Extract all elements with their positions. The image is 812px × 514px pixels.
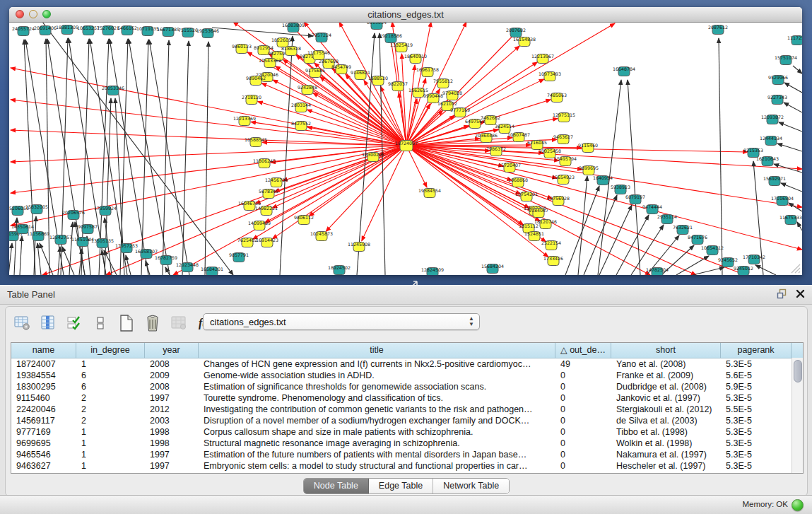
network-node[interactable]: 9860123 [232, 44, 252, 54]
network-node[interactable]: 16154838 [513, 37, 536, 47]
table-row[interactable]: 2242004622012Investigating the contribut… [11, 404, 803, 415]
tab-network-table[interactable]: Network Table [433, 479, 509, 493]
network-node[interactable]: 16584201 [201, 267, 223, 276]
delete-table-icon[interactable] [143, 314, 162, 332]
network-node[interactable]: 16671385 [157, 27, 180, 37]
resize-grip-icon[interactable] [791, 264, 801, 274]
network-node[interactable]: 1640954 [593, 175, 613, 185]
network-node[interactable]: 12824509 [421, 267, 444, 276]
network-node[interactable]: 8813054 [367, 23, 387, 30]
tab-node-table[interactable]: Node Table [304, 479, 369, 493]
network-node[interactable]: 11156869 [27, 231, 49, 241]
table-row[interactable]: 1456911722003Disruption of a novel membe… [11, 415, 803, 426]
network-node[interactable]: 9699695 [579, 165, 599, 175]
new-table-icon[interactable] [117, 314, 136, 332]
table-row[interactable]: 977716911998Corpus callosum shape and si… [11, 426, 803, 438]
network-node[interactable]: 2803144 [291, 103, 311, 112]
network-node[interactable]: 9857791 [229, 252, 249, 262]
network-node[interactable]: 16782759 [155, 255, 177, 265]
network-node[interactable]: 10973493 [539, 71, 561, 81]
network-node[interactable]: 20691406 [34, 25, 57, 35]
float-panel-icon[interactable] [777, 288, 787, 299]
network-node[interactable]: 9806112 [294, 215, 314, 225]
network-node[interactable]: 15684204 [481, 264, 504, 274]
network-node[interactable]: 10245873 [310, 231, 333, 241]
network-node[interactable]: 12923448 [176, 262, 199, 272]
network-node[interactable]: 20364486 [475, 133, 498, 143]
network-node[interactable]: 10719135 [136, 26, 159, 36]
network-window[interactable]: citations_edges.txt 18724007 9860123 891… [9, 7, 802, 275]
network-node[interactable]: 10654112 [701, 245, 724, 255]
table-row[interactable]: 911546021997Tourette syndrome. Phenomeno… [11, 392, 803, 404]
network-node[interactable]: 20053346 [102, 86, 124, 95]
network-node[interactable]: 18754201 [515, 192, 538, 201]
network-node[interactable]: 16083809 [282, 23, 305, 33]
network-node[interactable]: 16961758 [416, 67, 439, 77]
table-source-dropdown[interactable]: citations_edges.txt ▲▼ [203, 313, 480, 330]
network-node[interactable]: 7955812 [433, 78, 453, 88]
network-node[interactable]: 9463627 [553, 134, 573, 144]
column-header-6[interactable]: pagerank [721, 343, 792, 358]
network-node[interactable]: 9097587 [78, 224, 98, 234]
network-node[interactable]: 24055724 [12, 26, 35, 36]
network-node[interactable]: 11245908 [348, 242, 370, 252]
network-node[interactable]: 6466162 [117, 25, 137, 35]
network-node[interactable]: 14782504 [646, 267, 669, 276]
network-node[interactable]: 18924502 [328, 265, 351, 275]
network-node[interactable]: 1733426 [543, 256, 563, 266]
table-row[interactable]: 969969511998Structural magnetic resonanc… [11, 438, 803, 449]
network-node[interactable]: 13505135 [91, 238, 114, 248]
network-node[interactable]: 9146821 [351, 70, 370, 80]
column-header-3[interactable]: title [199, 343, 555, 358]
network-node[interactable]: 7515526 [178, 28, 198, 37]
network-node[interactable]: 9794028 [442, 90, 462, 100]
select-rows-icon[interactable] [65, 314, 83, 332]
network-node[interactable]: 6879197 [625, 194, 645, 204]
table-row[interactable]: 946362711997Embryonic stem cells: a mode… [11, 460, 803, 472]
network-node[interactable]: 14982221 [255, 206, 278, 216]
network-node[interactable]: 16914423 [256, 238, 278, 247]
column-header-0[interactable]: name [11, 343, 76, 358]
network-node[interactable]: 11806245 [253, 158, 276, 168]
network-node[interactable]: 15654923 [552, 175, 575, 185]
network-node[interactable]: 12213369 [233, 116, 256, 126]
network-node[interactable]: 9245012 [734, 266, 753, 276]
network-node[interactable]: 19253646 [196, 28, 219, 38]
table-row[interactable]: 1830029562008Estimation of significance … [11, 381, 803, 392]
network-node[interactable]: 15276021 [97, 25, 119, 35]
column-header-1[interactable]: in_degree [76, 343, 145, 358]
column-header-2[interactable]: year [145, 343, 199, 358]
network-node[interactable]: 16648784 [613, 66, 635, 76]
row-height-icon[interactable] [91, 314, 110, 332]
network-node[interactable]: 19218586 [379, 33, 402, 43]
network-node[interactable]: 13325419 [390, 42, 413, 52]
table-row[interactable]: 946554611997Estimation of the future num… [11, 449, 803, 460]
table-settings-icon[interactable] [13, 314, 31, 332]
network-node[interactable]: 7632621 [673, 225, 693, 235]
network-node[interactable]: 1117253 [787, 35, 802, 45]
network-node[interactable]: 7625402 [237, 238, 257, 247]
network-node[interactable]: 8427552 [291, 121, 311, 131]
network-node[interactable]: 15495794 [554, 156, 577, 166]
network-node[interactable]: 9822037 [388, 81, 408, 91]
network-node[interactable]: 12975115 [553, 112, 575, 122]
column-header-4[interactable]: △ out_de… [555, 343, 611, 358]
network-node[interactable]: 12342757 [49, 235, 72, 245]
network-node[interactable]: 7485063 [547, 93, 567, 103]
network-node[interactable]: 10543362 [259, 58, 281, 68]
network-node[interactable]: 11675333 [779, 215, 802, 225]
scrollbar-thumb[interactable] [794, 360, 802, 382]
network-node[interactable]: 8454749 [331, 64, 351, 74]
network-node[interactable]: 19384554 [418, 188, 441, 198]
network-node[interactable]: 14099489 [248, 221, 271, 230]
network-node[interactable]: 2935114 [657, 214, 677, 224]
network-node[interactable]: 12213967 [531, 54, 554, 64]
table-panel-header[interactable]: Table Panel [0, 285, 812, 305]
network-node[interactable]: 2522154 [541, 240, 561, 250]
network-node[interactable]: 2718120 [242, 95, 261, 105]
close-panel-icon[interactable] [796, 289, 805, 298]
network-node[interactable]: 2087682 [506, 28, 526, 37]
table-row[interactable]: 1872400712008Changes of HCN gene express… [11, 358, 803, 370]
network-node[interactable]: 18381305 [56, 25, 78, 35]
network-node[interactable]: 7957224 [312, 33, 331, 42]
